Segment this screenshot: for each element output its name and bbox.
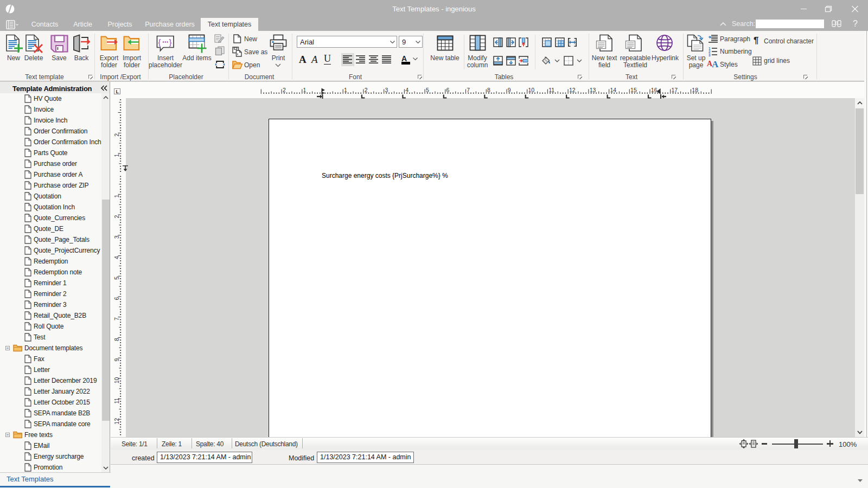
svg-text:12: 12 <box>569 87 576 93</box>
svg-text:7: 7 <box>467 87 470 93</box>
svg-text:3: 3 <box>385 87 388 93</box>
svg-text:1: 1 <box>344 87 347 93</box>
svg-text:2: 2 <box>113 133 120 137</box>
svg-text:11: 11 <box>548 87 554 93</box>
svg-text:1: 1 <box>113 153 120 157</box>
svg-text:6: 6 <box>446 87 450 93</box>
svg-text:13: 13 <box>590 87 596 93</box>
svg-text:17: 17 <box>672 87 678 93</box>
svg-text:5: 5 <box>113 277 120 280</box>
svg-text:9: 9 <box>113 358 120 362</box>
svg-text:7: 7 <box>113 317 120 320</box>
svg-text:3: 3 <box>113 235 120 239</box>
svg-text:9: 9 <box>508 87 511 93</box>
svg-text:8: 8 <box>113 338 120 341</box>
svg-text:1: 1 <box>303 87 307 93</box>
svg-text:2: 2 <box>283 87 286 93</box>
svg-text:3: 3 <box>709 53 711 57</box>
svg-text:}: } <box>169 37 172 47</box>
svg-text:4: 4 <box>113 256 120 259</box>
svg-text:10: 10 <box>113 377 120 383</box>
svg-text:2: 2 <box>113 215 120 219</box>
svg-text:8: 8 <box>487 87 490 93</box>
svg-text:18: 18 <box>692 87 698 93</box>
svg-text:12: 12 <box>113 418 120 425</box>
svg-text:{: { <box>158 37 161 47</box>
svg-text:10: 10 <box>528 87 535 93</box>
svg-text:14: 14 <box>610 87 616 93</box>
svg-text:16: 16 <box>651 87 658 93</box>
svg-text:6: 6 <box>113 297 120 300</box>
svg-text:5: 5 <box>426 87 429 93</box>
svg-text:15: 15 <box>630 87 637 93</box>
svg-text:4: 4 <box>405 87 409 93</box>
svg-text:11: 11 <box>113 397 120 403</box>
svg-text:2: 2 <box>365 87 368 93</box>
svg-text:1: 1 <box>113 195 120 198</box>
